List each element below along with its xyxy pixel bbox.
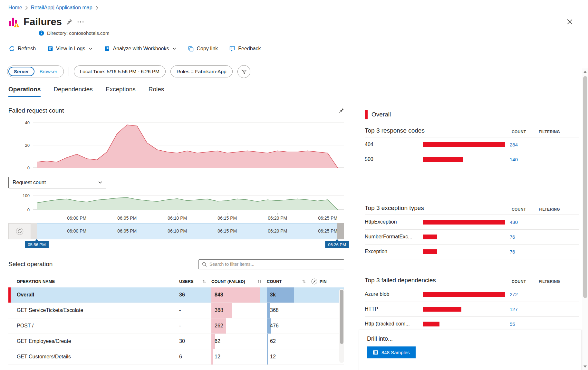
- top3-card: Top 3 response codes COUNT FILTERING 404…: [365, 127, 579, 187]
- column-users[interactable]: USERS: [179, 279, 194, 284]
- brush-left-gutter: [31, 223, 37, 239]
- pin-chart-button[interactable]: [338, 107, 344, 114]
- empty-row: [365, 167, 579, 187]
- search-icon: [202, 262, 207, 267]
- refresh-icon: [9, 46, 15, 52]
- metric-label: NumberFormatExc...: [365, 234, 423, 240]
- time-range-filter[interactable]: Local Time: 5/16 5:56 PM - 6:26 PM: [74, 65, 166, 77]
- users-count: 30: [179, 338, 211, 344]
- scroll-down-arrow[interactable]: [583, 365, 587, 368]
- svg-text:100: 100: [23, 193, 30, 198]
- metric-count-link[interactable]: 284: [510, 142, 537, 147]
- metric-count-link[interactable]: 55: [510, 321, 537, 327]
- column-count[interactable]: COUNT: [267, 279, 282, 284]
- sort-icon[interactable]: [202, 279, 206, 284]
- failed-count: 848: [211, 292, 223, 298]
- operation-name: GET Customers/Details: [17, 354, 71, 359]
- blade-header: Home RetailApp| Application map Failures…: [0, 0, 588, 55]
- page-scrollbar-thumb[interactable]: [583, 76, 587, 298]
- operations-search[interactable]: [198, 259, 344, 269]
- filtering-column-header: FILTERING: [539, 207, 579, 212]
- card-rows: Azure blob 272 HTTP 127 Http (tracked co…: [365, 287, 579, 332]
- pin-blade-button[interactable]: [66, 19, 72, 25]
- failed-request-chart[interactable]: 40200: [8, 118, 344, 174]
- samples-button[interactable]: 848 Samples: [367, 346, 416, 358]
- metric-count-link[interactable]: 140: [510, 157, 537, 162]
- table-scrollbar-thumb[interactable]: [340, 290, 343, 344]
- page-scrollbar[interactable]: [582, 68, 588, 370]
- server-browser-toggle: Server Browser: [7, 65, 64, 77]
- copy-link-button[interactable]: Copy link: [188, 46, 218, 52]
- operation-row[interactable]: GET ServiceTickets/Escalate - 368 368: [8, 303, 344, 318]
- tab-operations[interactable]: Operations: [8, 86, 41, 97]
- feedback-button[interactable]: Feedback: [229, 46, 261, 52]
- operation-name: POST /: [17, 323, 34, 328]
- operation-row[interactable]: POST / - 262 476: [8, 318, 344, 334]
- total-count: 3k: [267, 292, 276, 298]
- overall-accent-bar: [365, 110, 368, 119]
- tab-dependencies[interactable]: Dependencies: [53, 86, 92, 97]
- tab-roles[interactable]: Roles: [149, 86, 164, 97]
- column-operation-name[interactable]: OPERATION NAME: [17, 279, 55, 284]
- brush-end-time[interactable]: 06:26 PM: [325, 241, 349, 248]
- card-title: Top 3 response codes: [365, 127, 512, 134]
- column-count-failed[interactable]: COUNT (FAILED): [211, 279, 245, 284]
- chevron-down-icon: [172, 47, 176, 50]
- top3-cards: Top 3 response codes COUNT FILTERING 404…: [365, 127, 579, 332]
- metric-bar: [423, 249, 437, 254]
- metric-count-link[interactable]: 430: [510, 219, 537, 225]
- reset-zoom-button[interactable]: [8, 223, 31, 239]
- total-count: 12: [267, 354, 276, 360]
- charts-and-operations: Failed request count 40200 Request count…: [8, 97, 344, 369]
- roles-filter[interactable]: Roles = Fabrikam-App: [170, 65, 233, 77]
- tab-exceptions[interactable]: Exceptions: [106, 86, 136, 97]
- sort-icon[interactable]: [302, 279, 306, 284]
- pin-column-icon: [311, 278, 317, 285]
- users-count: -: [179, 307, 211, 313]
- metric-count-link[interactable]: 272: [510, 292, 537, 297]
- operation-row[interactable]: Overall 36 848 3k: [8, 287, 344, 303]
- view-in-logs-button[interactable]: View in Logs: [47, 46, 92, 52]
- search-input[interactable]: [209, 262, 341, 267]
- breadcrumb-home[interactable]: Home: [8, 5, 22, 11]
- copy-link-icon: [188, 46, 194, 52]
- metric-count-link[interactable]: 76: [510, 249, 537, 255]
- total-count: 368: [267, 307, 279, 313]
- operation-row[interactable]: GET Employees/Create 30 62 62: [8, 334, 344, 349]
- operation-row[interactable]: GET Customers/Details 6 12 12: [8, 349, 344, 365]
- brush-right-handle[interactable]: [337, 223, 344, 239]
- operations-table: OPERATION NAME USERS COUNT (FAILED) COUN…: [8, 276, 344, 365]
- close-blade-button[interactable]: [566, 19, 573, 26]
- metric-count-link[interactable]: 76: [510, 234, 537, 240]
- blade-content: Failed request count 40200 Request count…: [0, 97, 588, 369]
- pivot-tabs: Operations Dependencies Exceptions Roles: [8, 86, 588, 97]
- table-scrollbar[interactable]: [339, 289, 344, 363]
- time-brush[interactable]: 05:56 PM 06:26 PM 06:00 PM06:05 PM06:10 …: [8, 223, 344, 251]
- add-filter-button[interactable]: [237, 65, 250, 78]
- sort-icon[interactable]: [257, 279, 262, 284]
- server-toggle[interactable]: Server: [8, 67, 34, 76]
- metric-selector-dropdown[interactable]: Request count: [8, 177, 106, 188]
- analyze-with-workbooks-button[interactable]: Analyze with Workbooks: [104, 46, 176, 52]
- brush-start-time[interactable]: 05:56 PM: [25, 241, 49, 248]
- refresh-button[interactable]: Refresh: [9, 46, 36, 52]
- overall-panel-title: Overall: [371, 111, 391, 118]
- metric-label: HTTP: [365, 306, 423, 312]
- total-count: 62: [267, 338, 276, 344]
- breadcrumb-app-map[interactable]: RetailApp| Application map: [31, 5, 92, 11]
- more-options-button[interactable]: [76, 21, 84, 23]
- top3-card: Top 3 failed dependencies COUNT FILTERIN…: [365, 277, 579, 332]
- browser-toggle[interactable]: Browser: [34, 67, 63, 75]
- time-axis-label: 06:00 PM: [67, 215, 86, 221]
- operation-name: GET Employees/Create: [17, 338, 71, 344]
- scroll-up-arrow[interactable]: [583, 71, 587, 73]
- failures-blade-icon: [8, 16, 19, 27]
- request-count-chart[interactable]: 1000: [8, 192, 344, 213]
- metric-row: 500 140: [365, 152, 579, 167]
- top3-card: Top 3 exception types COUNT FILTERING Ht…: [365, 205, 579, 259]
- overall-panel: Overall Top 3 response codes COUNT FILTE…: [365, 97, 579, 369]
- metric-count-link[interactable]: 127: [510, 306, 537, 312]
- filter-bar: Server Browser Local Time: 5/16 5:56 PM …: [7, 65, 588, 78]
- ellipsis-icon: [77, 21, 84, 23]
- brush-axis-label: 06:05 PM: [117, 228, 137, 234]
